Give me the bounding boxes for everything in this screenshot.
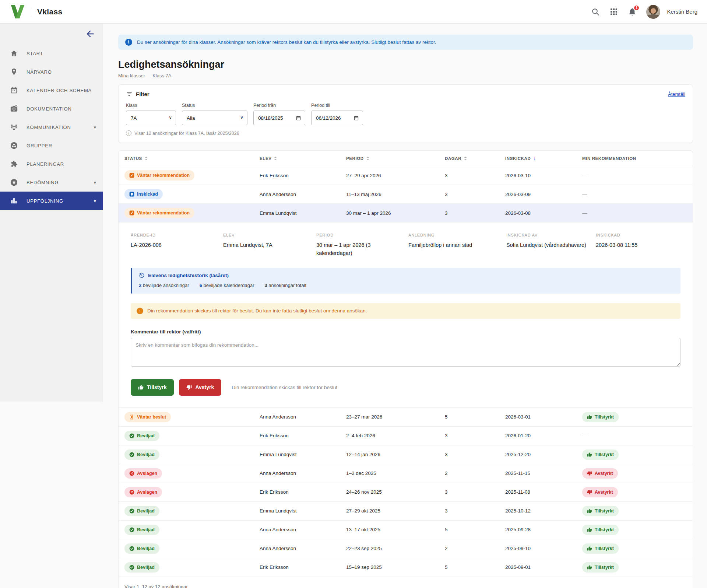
user-avatar[interactable] (646, 5, 660, 19)
comment-textarea[interactable] (131, 338, 680, 367)
applications-table: STATUSELEVPERIODDAGARINSKICKAD↓MIN REKOM… (118, 150, 693, 588)
sidebar-item-label: PLANERINGAR (27, 161, 64, 167)
check-icon (129, 452, 134, 457)
table-row[interactable]: BeviljadErik Eriksson15–19 sep 202552025… (119, 558, 693, 577)
status-cell: Beviljad (124, 506, 260, 516)
sidebar-item-uppfoljning[interactable]: UPPFÖLJNING▾ (0, 192, 103, 210)
column-header-period[interactable]: PERIOD (346, 156, 445, 161)
sidebar-item-narvaro[interactable]: NÄRVARO (0, 63, 103, 81)
inskickad-cell: 2026-03-09 (505, 192, 582, 197)
puzzle-icon (10, 160, 18, 168)
application-detail-panel: ÄRENDE-IDLA-2026-008ELEVEmma Lundqvist, … (119, 223, 693, 408)
sidebar-item-dokumentation[interactable]: DOKUMENTATION (0, 99, 103, 118)
status-badge: Beviljad (124, 543, 159, 554)
recommendation-badge: Avstyrkt (582, 468, 618, 479)
period-till-input[interactable]: 06/12/2026 (311, 111, 363, 125)
period-from-label: Period från (253, 103, 305, 108)
table-row[interactable]: BeviljadEmma Lundqvist27–29 okt 20253202… (119, 502, 693, 521)
sort-icon (274, 157, 277, 160)
sidebar: STARTNÄRVAROKALENDER OCH SCHEMADOKUMENTA… (0, 24, 103, 402)
column-header-inskickad[interactable]: INSKICKAD↓ (505, 155, 582, 161)
home-icon (10, 49, 18, 57)
klass-select[interactable]: 7A (126, 111, 176, 125)
status-select[interactable]: Alla (182, 111, 247, 125)
elev-cell: Anna Andersson (260, 546, 346, 551)
warning-icon: ! (137, 308, 143, 314)
thumb-up-icon (587, 508, 592, 514)
check-icon (129, 527, 134, 532)
period-cell: 13–17 okt 2025 (346, 527, 445, 532)
sidebar-item-kommunikation[interactable]: KOMMUNIKATION▾ (0, 118, 103, 136)
history-stat: 3 ansökningar totalt (265, 283, 306, 288)
dagar-cell: 2 (445, 470, 505, 476)
table-row[interactable]: Väntar rekommendationEmma Lundqvist30 ma… (119, 204, 693, 223)
approve-button[interactable]: Tillstyrk (131, 379, 174, 396)
vklass-logo-icon[interactable] (10, 5, 25, 18)
dagar-cell: 5 (445, 527, 505, 532)
table-row[interactable]: InskickadAnna Andersson11–13 maj 2026320… (119, 185, 693, 204)
column-header-dagar[interactable]: DAGAR (445, 156, 505, 161)
table-row[interactable]: BeviljadEmma Lundqvist12–14 jan 20263202… (119, 445, 693, 464)
sidebar-item-planeringar[interactable]: PLANERINGAR (0, 155, 103, 173)
brand-title: Vklass (37, 7, 62, 16)
filter-card: Filter Återställ Klass 7A ∨ Status Alla (118, 84, 693, 143)
detail-fields: ÄRENDE-IDLA-2026-008ELEVEmma Lundqvist, … (131, 233, 680, 258)
info-banner: i Du ser ansökningar för dina klasser. A… (118, 35, 693, 50)
period-cell: 11–13 maj 2026 (346, 192, 445, 197)
thumb-up-icon (587, 452, 592, 457)
reset-filter-link[interactable]: Återställ (668, 91, 685, 97)
search-icon[interactable] (591, 7, 600, 16)
status-cell: Avslagen (124, 487, 260, 497)
thumb-up-icon (587, 527, 592, 532)
sort-desc-icon: ↓ (533, 155, 536, 161)
detail-field-anledning: ANLEDNINGFamiljebröllop i annan stad (408, 233, 506, 258)
elev-cell: Emma Lundqvist (260, 210, 346, 216)
rekommendation-cell: Avstyrkt (582, 487, 687, 497)
reject-button[interactable]: Avstyrk (179, 379, 221, 396)
status-cell: Avslagen (124, 468, 260, 479)
period-from-input[interactable]: 08/18/2025 (253, 111, 305, 125)
dagar-cell: 3 (445, 452, 505, 457)
inskickad-cell: 2026-03-10 (505, 173, 582, 178)
table-row[interactable]: Väntar beslutAnna Andersson23–27 mar 202… (119, 408, 693, 427)
rekommendation-cell: Tillstyrkt (582, 412, 687, 422)
table-row[interactable]: AvslagenErik Eriksson24–26 nov 202532025… (119, 483, 693, 502)
sidebar-item-bedomning[interactable]: BEDÖMNING▾ (0, 173, 103, 192)
inskickad-cell: 2026-03-01 (505, 414, 582, 420)
elev-cell: Emma Lundqvist (260, 508, 346, 514)
table-row[interactable]: AvslagenAnna Andersson1–2 dec 202522025-… (119, 464, 693, 483)
doc-icon (129, 192, 134, 197)
column-header-elev[interactable]: ELEV (260, 156, 346, 161)
apps-grid-icon[interactable] (609, 7, 618, 16)
check-icon (129, 546, 134, 551)
table-body: Väntar rekommendationErik Eriksson27–29 … (119, 166, 693, 577)
star-icon (10, 178, 18, 186)
sort-icon (366, 157, 369, 160)
column-header-status[interactable]: STATUS (124, 156, 260, 161)
status-cell: Väntar rekommendation (124, 170, 260, 181)
period-cell: 1–2 dec 2025 (346, 470, 445, 476)
elev-cell: Emma Lundqvist (260, 452, 346, 457)
notifications-bell-icon[interactable]: 1 (628, 7, 637, 16)
table-row[interactable]: BeviljadAnna Andersson22–23 sep 20252202… (119, 539, 693, 558)
status-badge: Inskickad (124, 189, 163, 199)
table-header-row: STATUSELEVPERIODDAGARINSKICKAD↓MIN REKOM… (119, 151, 693, 166)
rekommendation-cell: — (582, 192, 687, 197)
detail-field-period: PERIOD30 mar – 1 apr 2026 (3 kalenderdag… (316, 233, 408, 258)
recommendation-badge: Tillstyrkt (582, 412, 619, 422)
sidebar-item-label: GRUPPER (27, 143, 52, 148)
rekommendation-cell: Tillstyrkt (582, 562, 687, 573)
table-row[interactable]: BeviljadAnna Andersson13–17 okt 20255202… (119, 521, 693, 539)
rekommendation-cell: Avstyrkt (582, 468, 687, 479)
table-row[interactable]: Väntar rekommendationErik Eriksson27–29 … (119, 166, 693, 185)
filter-title: Filter (136, 91, 150, 97)
sidebar-collapse-button[interactable] (85, 29, 95, 39)
recommendation-badge: Tillstyrkt (582, 525, 619, 535)
status-badge: Väntar rekommendation (124, 170, 194, 181)
sidebar-item-start[interactable]: START (0, 44, 103, 63)
calendar-icon[interactable] (354, 115, 359, 121)
sidebar-item-kalender-och-schema[interactable]: KALENDER OCH SCHEMA (0, 81, 103, 99)
table-row[interactable]: BeviljadErik Eriksson2–4 feb 202632026-0… (119, 427, 693, 445)
calendar-icon[interactable] (296, 115, 301, 121)
sidebar-item-grupper[interactable]: GRUPPER (0, 136, 103, 155)
